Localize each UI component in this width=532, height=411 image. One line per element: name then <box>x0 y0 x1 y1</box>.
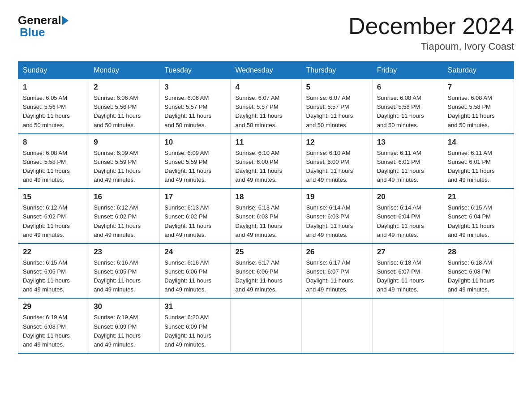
day-info: Sunrise: 6:12 AMSunset: 6:02 PMDaylight:… <box>23 203 84 240</box>
day-info: Sunrise: 6:15 AMSunset: 6:05 PMDaylight:… <box>23 258 84 295</box>
day-number: 23 <box>94 248 155 257</box>
day-info: Sunrise: 6:17 AMSunset: 6:06 PMDaylight:… <box>235 258 296 295</box>
day-info: Sunrise: 6:06 AMSunset: 5:56 PMDaylight:… <box>94 94 155 130</box>
day-number: 16 <box>94 193 155 201</box>
day-number: 25 <box>235 248 296 257</box>
day-info: Sunrise: 6:11 AMSunset: 6:01 PMDaylight:… <box>448 149 509 185</box>
day-info: Sunrise: 6:06 AMSunset: 5:57 PMDaylight:… <box>164 94 226 130</box>
day-info: Sunrise: 6:16 AMSunset: 6:05 PMDaylight:… <box>94 258 155 295</box>
day-cell: 14Sunrise: 6:11 AMSunset: 6:01 PMDayligh… <box>443 134 514 189</box>
header-friday: Friday <box>372 62 443 79</box>
day-cell: 30Sunrise: 6:19 AMSunset: 6:09 PMDayligh… <box>89 298 160 353</box>
day-number: 22 <box>23 248 84 257</box>
calendar-header: SundayMondayTuesdayWednesdayThursdayFrid… <box>18 62 514 79</box>
logo-blue: Blue <box>20 26 45 39</box>
week-row-1: 1Sunrise: 6:05 AMSunset: 5:56 PMDaylight… <box>18 79 514 134</box>
day-number: 26 <box>306 248 368 257</box>
day-number: 20 <box>377 193 438 201</box>
day-cell: 31Sunrise: 6:20 AMSunset: 6:09 PMDayligh… <box>160 298 231 353</box>
day-info: Sunrise: 6:16 AMSunset: 6:06 PMDaylight:… <box>164 258 226 295</box>
day-info: Sunrise: 6:10 AMSunset: 6:00 PMDaylight:… <box>235 149 296 185</box>
day-cell: 20Sunrise: 6:14 AMSunset: 6:04 PMDayligh… <box>372 188 443 244</box>
day-info: Sunrise: 6:13 AMSunset: 6:03 PMDaylight:… <box>235 203 296 240</box>
day-cell: 5Sunrise: 6:07 AMSunset: 5:57 PMDaylight… <box>301 79 372 134</box>
day-cell <box>231 298 301 353</box>
day-info: Sunrise: 6:08 AMSunset: 5:58 PMDaylight:… <box>377 94 438 130</box>
day-cell: 6Sunrise: 6:08 AMSunset: 5:58 PMDaylight… <box>372 79 443 134</box>
header-wednesday: Wednesday <box>231 62 301 79</box>
day-number: 18 <box>235 193 296 201</box>
day-cell: 22Sunrise: 6:15 AMSunset: 6:05 PMDayligh… <box>18 244 89 299</box>
day-number: 2 <box>94 83 155 92</box>
day-info: Sunrise: 6:15 AMSunset: 6:04 PMDaylight:… <box>448 203 509 240</box>
day-number: 21 <box>448 193 509 201</box>
day-info: Sunrise: 6:14 AMSunset: 6:04 PMDaylight:… <box>377 203 438 240</box>
day-number: 7 <box>448 83 509 92</box>
page-header: General Blue December 2024 Tiapoum, Ivor… <box>18 13 514 52</box>
day-cell: 11Sunrise: 6:10 AMSunset: 6:00 PMDayligh… <box>231 134 301 189</box>
day-info: Sunrise: 6:08 AMSunset: 5:58 PMDaylight:… <box>448 94 509 130</box>
day-number: 24 <box>164 248 226 257</box>
day-cell: 26Sunrise: 6:17 AMSunset: 6:07 PMDayligh… <box>301 244 372 299</box>
day-info: Sunrise: 6:07 AMSunset: 5:57 PMDaylight:… <box>235 94 296 130</box>
day-number: 4 <box>235 83 296 92</box>
day-number: 12 <box>306 138 368 147</box>
week-row-2: 8Sunrise: 6:08 AMSunset: 5:58 PMDaylight… <box>18 134 514 189</box>
day-info: Sunrise: 6:18 AMSunset: 6:08 PMDaylight:… <box>448 258 509 295</box>
day-number: 15 <box>23 193 84 201</box>
day-cell: 1Sunrise: 6:05 AMSunset: 5:56 PMDaylight… <box>18 79 89 134</box>
day-cell: 28Sunrise: 6:18 AMSunset: 6:08 PMDayligh… <box>443 244 514 299</box>
day-info: Sunrise: 6:09 AMSunset: 5:59 PMDaylight:… <box>94 149 155 185</box>
day-number: 29 <box>23 302 84 311</box>
header-monday: Monday <box>89 62 160 79</box>
header-thursday: Thursday <box>301 62 372 79</box>
day-cell <box>301 298 372 353</box>
day-cell <box>443 298 514 353</box>
day-number: 13 <box>377 138 438 147</box>
day-cell: 21Sunrise: 6:15 AMSunset: 6:04 PMDayligh… <box>443 188 514 244</box>
day-info: Sunrise: 6:10 AMSunset: 6:00 PMDaylight:… <box>306 149 368 185</box>
day-number: 27 <box>377 248 438 257</box>
day-info: Sunrise: 6:12 AMSunset: 6:02 PMDaylight:… <box>94 203 155 240</box>
day-cell: 2Sunrise: 6:06 AMSunset: 5:56 PMDaylight… <box>89 79 160 134</box>
location: Tiapoum, Ivory Coast <box>348 41 514 52</box>
day-cell: 18Sunrise: 6:13 AMSunset: 6:03 PMDayligh… <box>231 188 301 244</box>
day-info: Sunrise: 6:18 AMSunset: 6:07 PMDaylight:… <box>377 258 438 295</box>
day-cell: 27Sunrise: 6:18 AMSunset: 6:07 PMDayligh… <box>372 244 443 299</box>
day-number: 10 <box>164 138 226 147</box>
month-title: December 2024 <box>348 13 514 39</box>
day-cell: 10Sunrise: 6:09 AMSunset: 5:59 PMDayligh… <box>160 134 231 189</box>
day-number: 19 <box>306 193 368 201</box>
day-info: Sunrise: 6:20 AMSunset: 6:09 PMDaylight:… <box>164 313 226 349</box>
day-cell <box>372 298 443 353</box>
day-number: 8 <box>23 138 84 147</box>
day-cell: 13Sunrise: 6:11 AMSunset: 6:01 PMDayligh… <box>372 134 443 189</box>
day-cell: 29Sunrise: 6:19 AMSunset: 6:08 PMDayligh… <box>18 298 89 353</box>
day-cell: 24Sunrise: 6:16 AMSunset: 6:06 PMDayligh… <box>160 244 231 299</box>
day-number: 31 <box>164 302 226 311</box>
day-cell: 3Sunrise: 6:06 AMSunset: 5:57 PMDaylight… <box>160 79 231 134</box>
logo: General Blue <box>18 13 69 39</box>
week-row-5: 29Sunrise: 6:19 AMSunset: 6:08 PMDayligh… <box>18 298 514 353</box>
day-cell: 9Sunrise: 6:09 AMSunset: 5:59 PMDaylight… <box>89 134 160 189</box>
day-cell: 7Sunrise: 6:08 AMSunset: 5:58 PMDaylight… <box>443 79 514 134</box>
day-cell: 25Sunrise: 6:17 AMSunset: 6:06 PMDayligh… <box>231 244 301 299</box>
day-number: 6 <box>377 83 438 92</box>
day-number: 3 <box>164 83 226 92</box>
header-tuesday: Tuesday <box>160 62 231 79</box>
day-number: 30 <box>94 302 155 311</box>
day-info: Sunrise: 6:19 AMSunset: 6:08 PMDaylight:… <box>23 313 84 349</box>
day-number: 5 <box>306 83 368 92</box>
day-number: 17 <box>164 193 226 201</box>
day-info: Sunrise: 6:05 AMSunset: 5:56 PMDaylight:… <box>23 94 84 130</box>
day-cell: 19Sunrise: 6:14 AMSunset: 6:03 PMDayligh… <box>301 188 372 244</box>
day-cell: 8Sunrise: 6:08 AMSunset: 5:58 PMDaylight… <box>18 134 89 189</box>
header-saturday: Saturday <box>443 62 514 79</box>
day-number: 1 <box>23 83 84 92</box>
calendar-table: SundayMondayTuesdayWednesdayThursdayFrid… <box>18 61 514 354</box>
day-info: Sunrise: 6:07 AMSunset: 5:57 PMDaylight:… <box>306 94 368 130</box>
day-cell: 23Sunrise: 6:16 AMSunset: 6:05 PMDayligh… <box>89 244 160 299</box>
day-info: Sunrise: 6:13 AMSunset: 6:02 PMDaylight:… <box>164 203 226 240</box>
day-number: 11 <box>235 138 296 147</box>
logo-arrow-icon <box>62 16 69 25</box>
